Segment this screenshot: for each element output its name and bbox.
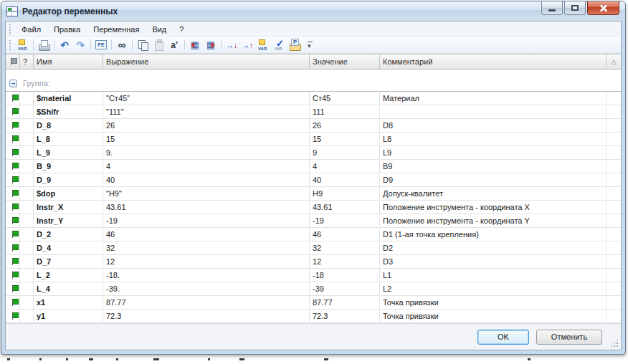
menu-variable[interactable]: Переменная: [87, 23, 146, 36]
name-cell[interactable]: L_2: [34, 269, 103, 282]
name-cell[interactable]: D_4: [34, 241, 103, 255]
name-cell[interactable]: Instr_X: [34, 201, 103, 214]
name-cell[interactable]: $Shifr: [34, 105, 103, 119]
maximize-button[interactable]: [564, 1, 586, 15]
table-row[interactable]: L_8 15 15 L8: [6, 133, 621, 146]
column-header-warning[interactable]: ⚠: [606, 54, 621, 69]
value-cell[interactable]: 9: [310, 146, 380, 160]
flag-cell[interactable]: [6, 201, 20, 214]
column-header-expression[interactable]: Выражение: [103, 54, 310, 69]
flag-cell[interactable]: [6, 241, 20, 255]
column-header-comment[interactable]: Комментарий: [380, 54, 606, 69]
name-cell[interactable]: D_2: [34, 228, 103, 241]
comment-cell[interactable]: Положение инструмента - координата X: [380, 201, 606, 214]
cancel-button[interactable]: Отменить: [536, 330, 602, 345]
expression-cell[interactable]: 72.3: [103, 310, 310, 323]
flag-cell[interactable]: [6, 146, 20, 160]
expression-cell[interactable]: -19: [103, 214, 310, 228]
value-cell[interactable]: 43.61: [310, 201, 380, 214]
comment-cell[interactable]: Точка привязки: [380, 310, 606, 323]
menu-edit[interactable]: Правка: [47, 23, 87, 36]
expression-cell[interactable]: "111": [103, 105, 310, 119]
flag-cell[interactable]: [6, 296, 20, 310]
table-row[interactable]: $Shifr "111" 111: [6, 105, 621, 119]
value-cell[interactable]: Ст45: [310, 92, 380, 105]
hidden-variables-icon[interactable]: [256, 38, 270, 52]
expression-cell[interactable]: 4: [103, 160, 310, 173]
comment-cell[interactable]: [380, 105, 606, 119]
value-cell[interactable]: 15: [310, 133, 380, 146]
expression-cell[interactable]: "H9": [103, 187, 310, 201]
expression-cell[interactable]: 26: [103, 119, 310, 133]
undo-icon[interactable]: [57, 38, 72, 52]
value-cell[interactable]: 72.3: [310, 310, 380, 323]
flag-cell[interactable]: [6, 214, 20, 228]
comment-cell[interactable]: L1: [380, 269, 606, 282]
print-icon[interactable]: [37, 38, 51, 52]
paste-icon[interactable]: [151, 38, 166, 52]
name-cell[interactable]: x1: [34, 296, 103, 310]
table-row[interactable]: D_7 12 12 D3: [6, 255, 621, 269]
flag-cell[interactable]: [6, 119, 20, 133]
table-row[interactable]: L_4 -39. -39 L2: [6, 282, 621, 296]
value-cell[interactable]: 46: [310, 228, 380, 241]
expression-cell[interactable]: 15: [103, 133, 310, 146]
name-cell[interactable]: D_8: [34, 119, 103, 133]
value-cell[interactable]: 4: [310, 160, 380, 173]
move-up-icon[interactable]: [240, 38, 254, 52]
expression-cell[interactable]: "Ст45": [103, 92, 310, 105]
comment-cell[interactable]: D2: [380, 241, 606, 255]
value-cell[interactable]: 12: [310, 255, 380, 269]
column-header-flag[interactable]: [6, 54, 20, 69]
redo-icon[interactable]: [73, 38, 87, 52]
expression-cell[interactable]: 43.61: [103, 201, 310, 214]
expression-cell[interactable]: -18.: [103, 269, 310, 282]
check-variables-icon[interactable]: [272, 38, 286, 52]
copy-icon[interactable]: [135, 38, 150, 52]
ok-button[interactable]: OK: [477, 330, 529, 345]
comment-cell[interactable]: Материал: [380, 92, 606, 105]
name-cell[interactable]: L_9: [34, 146, 103, 160]
flag-cell[interactable]: [6, 173, 20, 187]
open-file-icon[interactable]: [287, 38, 302, 52]
expression-cell[interactable]: 12: [103, 255, 310, 269]
table-row[interactable]: Instr_Y -19 -19 Положение инструмента - …: [6, 214, 621, 228]
menu-file[interactable]: Файл: [15, 23, 47, 36]
table-row[interactable]: D_8 26 26 D8: [6, 119, 621, 133]
comment-cell[interactable]: D8: [380, 119, 606, 133]
collapse-group-icon[interactable]: [9, 80, 17, 87]
value-cell[interactable]: 26: [310, 119, 380, 133]
table-row[interactable]: B_9 4 4 B9: [6, 160, 621, 173]
name-cell[interactable]: Instr_Y: [34, 214, 103, 228]
flag-cell[interactable]: [6, 228, 20, 241]
comment-cell[interactable]: L8: [380, 133, 606, 146]
table-row[interactable]: D_4 32 32 D2: [6, 241, 621, 255]
name-cell[interactable]: y1: [34, 310, 103, 323]
comment-cell[interactable]: B9: [380, 160, 606, 173]
move-down-icon[interactable]: [224, 38, 239, 52]
comment-cell[interactable]: L2: [380, 282, 606, 296]
flag-cell[interactable]: [6, 310, 20, 323]
table-row[interactable]: $dop "H9" H9 Допуск-квалитет: [6, 187, 621, 201]
expression-cell[interactable]: 40: [103, 173, 310, 187]
name-cell[interactable]: $material: [34, 92, 103, 105]
comment-cell[interactable]: D3: [380, 255, 606, 269]
menu-view[interactable]: Вид: [146, 23, 173, 36]
flag-cell[interactable]: [6, 160, 20, 173]
value-cell[interactable]: -19: [310, 214, 380, 228]
name-cell[interactable]: L_8: [34, 133, 103, 146]
value-cell[interactable]: 111: [310, 105, 380, 119]
find-icon[interactable]: [115, 38, 129, 52]
column-header-question[interactable]: ?: [20, 54, 34, 69]
comment-cell[interactable]: Допуск-квалитет: [380, 187, 606, 201]
new-variable-icon[interactable]: [16, 38, 30, 52]
minimize-button[interactable]: [541, 1, 563, 15]
expression-cell[interactable]: 87.77: [103, 296, 310, 310]
flag-cell[interactable]: [6, 92, 20, 105]
value-cell[interactable]: 40: [310, 173, 380, 187]
comment-cell[interactable]: D9: [380, 173, 606, 187]
column-header-name[interactable]: Имя: [34, 54, 103, 69]
comment-cell[interactable]: Положение инструмента - координата Y: [380, 214, 606, 228]
flag-cell[interactable]: [6, 105, 20, 119]
flag-cell[interactable]: [6, 255, 20, 269]
